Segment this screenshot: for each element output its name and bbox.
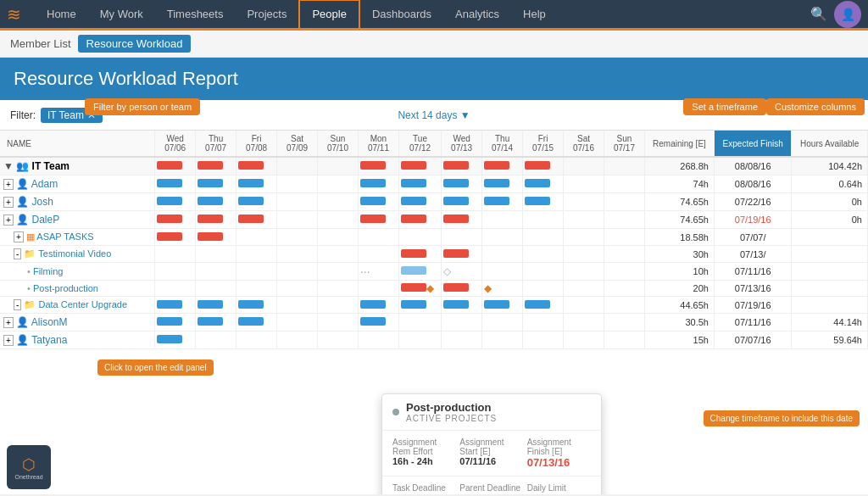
bar-cell-6 xyxy=(398,211,441,229)
popup-label-rem: Assignment Rem Effort 16h - 24h xyxy=(392,437,456,469)
row-name-cell[interactable]: + 👤 AlisonM xyxy=(0,314,155,332)
row-name-cell[interactable]: + 👤 Josh xyxy=(0,193,155,211)
hours-available-cell: 104.42h xyxy=(792,157,868,176)
bullet-icon: • xyxy=(27,283,31,293)
expand-icon[interactable]: + xyxy=(3,197,14,208)
bar-cell-5 xyxy=(358,332,398,349)
bar-cell-2 xyxy=(236,314,277,332)
nav-item-home[interactable]: Home xyxy=(35,0,88,30)
row-name-cell[interactable]: • Filming xyxy=(0,263,155,281)
nav-item-people[interactable]: People xyxy=(298,0,359,30)
expand-icon[interactable]: + xyxy=(3,335,14,346)
popup-label-finish: Assignment Finish [E] 07/13/16 xyxy=(527,437,591,469)
hours-available-cell: 0h xyxy=(792,211,868,229)
bar-cell-0 xyxy=(155,176,196,193)
timeframe-button[interactable]: Next 14 days ▼ xyxy=(398,109,470,121)
bar-cell-10 xyxy=(564,314,604,332)
popup-divider-1 xyxy=(382,430,601,431)
bar-cell-8 xyxy=(482,157,523,176)
row-name-cell[interactable]: - 📁 Testimonial Video xyxy=(0,246,155,263)
bar-cell-1 xyxy=(196,229,236,246)
bar-cell-6 xyxy=(398,157,441,176)
bar-cell-8 xyxy=(482,229,523,246)
bar-cell-3 xyxy=(277,297,318,314)
table-row: • Filming···◇10h07/11/16 xyxy=(0,263,868,281)
row-name-cell[interactable]: + ▦ ASAP TASKS xyxy=(0,229,155,246)
bar-cell-4 xyxy=(318,193,359,211)
bar-cell-5 xyxy=(358,193,398,211)
bar-cell-7 xyxy=(442,314,482,332)
bar-cell-1 xyxy=(196,176,236,193)
collapse-icon[interactable]: - xyxy=(14,248,21,259)
table-row: + ▦ ASAP TASKS18.58h07/07/ xyxy=(0,229,868,246)
bar-cell-8 xyxy=(482,297,523,314)
nav-item-analytics[interactable]: Analytics xyxy=(443,0,511,30)
nav-item-projects[interactable]: Projects xyxy=(235,0,298,30)
row-name-cell[interactable]: - 📁 Data Center Upgrade xyxy=(0,297,155,314)
hours-available-cell xyxy=(792,246,868,263)
bar-cell-0 xyxy=(155,211,196,229)
row-name-cell[interactable]: ▼ 👥 IT Team xyxy=(0,157,155,176)
bar-cell-6 xyxy=(398,246,441,263)
table-row: + 👤 Josh74.65h07/22/160h xyxy=(0,193,868,211)
bar-cell-6 xyxy=(398,297,441,314)
nav-item-timesheets[interactable]: Timesheets xyxy=(155,0,236,30)
logo-text: Onethread xyxy=(14,474,42,480)
popup-label-parent-deadline: Parent Deadline 07/12/16 xyxy=(459,483,523,494)
row-name-cell[interactable]: • Post-production xyxy=(0,281,155,297)
nav-item-mywork[interactable]: My Work xyxy=(88,0,155,30)
bar-cell-3 xyxy=(277,314,318,332)
remaining-cell: 30h xyxy=(644,246,714,263)
bar-cell-11 xyxy=(604,332,644,349)
bar-cell-8 xyxy=(482,176,523,193)
team-group-icon: 👥 xyxy=(16,160,29,172)
table-row: + 👤 Adam74h08/08/160.64h xyxy=(0,176,868,193)
bar-cell-6 xyxy=(398,193,441,211)
popup-val-parent-deadline: 07/12/16 xyxy=(459,493,523,494)
bar-cell-1 xyxy=(196,314,236,332)
member-list-link[interactable]: Member List xyxy=(10,37,71,50)
expected-finish-cell: 07/22/16 xyxy=(714,193,792,211)
bar-cell-3 xyxy=(277,157,318,176)
collapse-icon[interactable]: - xyxy=(14,299,21,310)
bar-cell-7 xyxy=(442,193,482,211)
expand-icon[interactable]: + xyxy=(3,179,14,190)
nav-item-help[interactable]: Help xyxy=(511,0,558,30)
expected-finish-cell: 07/11/16 xyxy=(714,263,792,281)
popup-status-dot xyxy=(392,409,399,415)
row-name-cell[interactable]: + 👤 DaleP xyxy=(0,211,155,229)
table-row: + 👤 AlisonM30.5h07/11/1644.14h xyxy=(0,314,868,332)
bar-cell-2 xyxy=(236,211,277,229)
search-icon[interactable]: 🔍 xyxy=(810,6,827,22)
expand-icon[interactable]: + xyxy=(3,215,14,226)
folder-icon: 📁 xyxy=(24,248,36,259)
bar-cell-3 xyxy=(277,193,318,211)
popup-val-daily-limit: — xyxy=(527,493,591,494)
collapse-icon[interactable]: ▼ xyxy=(3,160,14,172)
expected-finish-cell: 07/07/16 xyxy=(714,332,792,349)
expand-icon[interactable]: + xyxy=(14,231,24,242)
row-name-cell[interactable]: + 👤 Adam xyxy=(0,176,155,193)
bar-cell-9 xyxy=(523,297,564,314)
expand-icon[interactable]: + xyxy=(3,317,14,328)
resource-workload-tab[interactable]: Resource Workload xyxy=(78,35,192,53)
hours-available-cell xyxy=(792,281,868,297)
top-navigation: ≋ Home My Work Timesheets Projects Peopl… xyxy=(0,0,868,31)
popup-label-start: Assignment Start [E] 07/11/16 xyxy=(459,437,523,469)
popup-val-task-deadline: — xyxy=(392,493,456,494)
bar-cell-1 xyxy=(196,263,236,281)
nav-logo-icon[interactable]: ≋ xyxy=(7,4,21,25)
expected-finish-cell: 07/19/16 xyxy=(714,211,792,229)
nav-item-dashboards[interactable]: Dashboards xyxy=(360,0,443,30)
tooltip-customize-columns: Customize columns xyxy=(766,98,865,115)
avatar[interactable]: 👤 xyxy=(834,1,861,28)
hours-available-cell xyxy=(792,229,868,246)
callout-timeframe: Change timeframe to include this date xyxy=(704,410,860,426)
bar-cell-5 xyxy=(358,229,398,246)
bar-cell-1 xyxy=(196,193,236,211)
row-name-cell[interactable]: + 👤 Tatyana xyxy=(0,332,155,349)
bar-cell-6 xyxy=(398,176,441,193)
bar-cell-5 xyxy=(358,157,398,176)
post-production-popup: Post-production ACTIVE PROJECTS Assignme… xyxy=(381,393,602,494)
bar-cell-9 xyxy=(523,176,564,193)
